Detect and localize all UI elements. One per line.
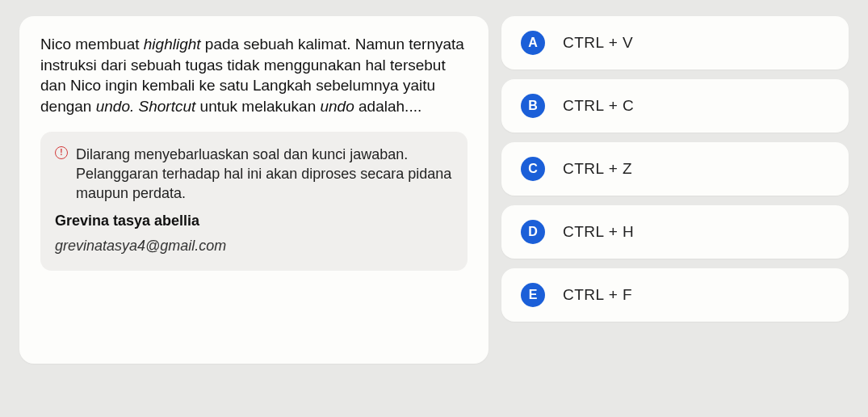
option-label: CTRL + Z xyxy=(563,160,632,178)
warning-icon: ! xyxy=(55,146,68,159)
option-c[interactable]: CCTRL + Z xyxy=(501,142,849,196)
option-letter: E xyxy=(521,283,545,307)
options-column: ACTRL + VBCTRL + CCCTRL + ZDCTRL + HECTR… xyxy=(501,16,849,322)
option-letter: A xyxy=(521,31,545,55)
notice-text: Dilarang menyebarluaskan soal dan kunci … xyxy=(76,145,453,204)
option-label: CTRL + C xyxy=(563,97,634,115)
option-letter: B xyxy=(521,94,545,118)
option-letter: C xyxy=(521,157,545,181)
option-b[interactable]: BCTRL + C xyxy=(501,79,849,133)
question-text: Nico membuat highlight pada sebuah kalim… xyxy=(40,34,468,117)
question-panel: Nico membuat highlight pada sebuah kalim… xyxy=(19,16,489,364)
option-letter: D xyxy=(521,220,545,244)
notice-box: ! Dilarang menyebarluaskan soal dan kunc… xyxy=(40,132,468,272)
option-label: CTRL + V xyxy=(563,34,633,52)
option-label: CTRL + F xyxy=(563,286,632,304)
option-e[interactable]: ECTRL + F xyxy=(501,268,849,322)
author-name: Grevina tasya abellia xyxy=(55,213,453,230)
option-d[interactable]: DCTRL + H xyxy=(501,205,849,259)
notice-line: ! Dilarang menyebarluaskan soal dan kunc… xyxy=(55,145,453,204)
option-a[interactable]: ACTRL + V xyxy=(501,16,849,70)
option-label: CTRL + H xyxy=(563,223,634,241)
author-email: grevinatasya4@gmail.com xyxy=(55,238,453,255)
